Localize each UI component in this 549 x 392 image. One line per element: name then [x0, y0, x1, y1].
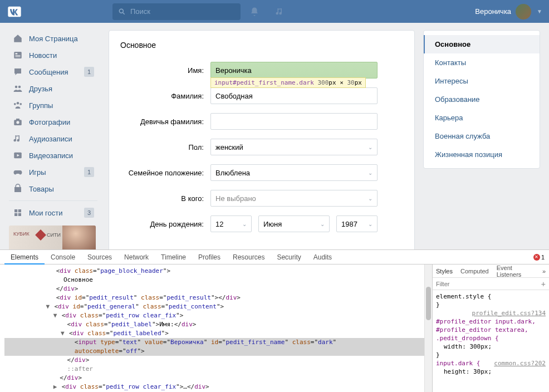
nav-friends[interactable]: Друзья — [9, 80, 97, 97]
rnav-contacts[interactable]: Контакты — [424, 53, 540, 72]
row-marital: Семейное положение: Влюблена⌄ — [109, 160, 414, 185]
row-birthday: День рождения: 12⌄ Июня⌄ 1987⌄ — [109, 211, 414, 237]
nav-video[interactable]: Видеозаписи — [9, 147, 97, 164]
profile-edit-form: Основное Имя: input#pedit_first_name.dar… — [109, 30, 415, 252]
select-sex[interactable]: женский⌄ — [210, 139, 378, 155]
dt-styles-tab-styles[interactable]: Styles — [436, 268, 453, 275]
edit-sections-nav: Основное Контакты Интересы Образование К… — [423, 30, 540, 169]
tree-toggle-icon[interactable]: ▼ — [52, 311, 58, 320]
tree-toggle-icon[interactable]: ▶ — [52, 383, 58, 391]
nav-badge: 3 — [84, 208, 94, 218]
rnav-education[interactable]: Образование — [424, 90, 540, 109]
nav-guests[interactable]: Мои гости3 — [9, 204, 97, 221]
dt-tab-resources[interactable]: Resources — [227, 250, 271, 264]
nav-photos[interactable]: Фотографии — [9, 114, 97, 130]
dt-tab-profiles[interactable]: Profiles — [192, 250, 227, 264]
nav-groups[interactable]: Группы — [9, 97, 97, 114]
nav-label: Новости — [29, 51, 57, 60]
svg-point-7 — [18, 86, 21, 89]
label-whom: В кого: — [120, 194, 204, 203]
label-maiden: Девичья фамилия: — [120, 117, 204, 126]
select-bday-year[interactable]: 1987⌄ — [336, 215, 378, 232]
rnav-interests[interactable]: Интересы — [424, 72, 540, 90]
chevron-down-icon: ⌄ — [368, 170, 372, 176]
input-last-name[interactable] — [210, 87, 378, 104]
vk-logo[interactable] — [7, 4, 22, 19]
dt-styles-tabs: Styles Computed Event Listeners » — [433, 264, 549, 278]
input-maiden[interactable] — [210, 113, 378, 130]
nav-messages[interactable]: Сообщения1 — [9, 63, 97, 80]
svg-rect-12 — [16, 119, 19, 120]
dt-filter-row: + — [433, 278, 549, 290]
groups-icon — [12, 100, 23, 111]
camera-icon — [12, 116, 23, 128]
bell-icon[interactable] — [249, 7, 259, 17]
dt-tab-timeline[interactable]: Timeline — [155, 250, 192, 264]
rnav-career[interactable]: Карьера — [424, 109, 540, 127]
nav-audio[interactable]: Аудиозаписи — [9, 130, 97, 147]
chevron-down-icon: ⌄ — [368, 144, 372, 150]
messages-icon — [12, 66, 23, 77]
friends-icon — [12, 83, 23, 94]
ad-image — [62, 226, 96, 252]
select-bday-month[interactable]: Июня⌄ — [258, 215, 330, 232]
nav-label: Сообщения — [29, 68, 68, 76]
site-header: Вероничка ▼ — [0, 0, 549, 23]
tree-toggle-icon[interactable]: ▼ — [60, 329, 65, 338]
ad-banner[interactable]: КУБИК СИТИ — [9, 226, 96, 252]
nav-label: Аудиозаписи — [29, 135, 72, 143]
search-box[interactable] — [112, 3, 241, 20]
svg-rect-3 — [16, 53, 18, 54]
dt-styles-panel: Styles Computed Event Listeners » + elem… — [432, 264, 549, 392]
more-icon[interactable]: » — [542, 268, 546, 275]
rnav-life[interactable]: Жизненная позиция — [424, 145, 540, 164]
scrollbar-thumb[interactable] — [426, 287, 431, 320]
label-last-name: Фамилия: — [120, 92, 204, 100]
add-rule-icon[interactable]: + — [541, 280, 546, 288]
svg-rect-16 — [18, 209, 21, 212]
svg-point-8 — [17, 102, 19, 105]
rnav-main[interactable]: Основное — [424, 35, 540, 53]
home-icon — [12, 33, 23, 44]
nav-games[interactable]: Игры1 — [9, 164, 97, 180]
nav-market[interactable]: Товары — [9, 180, 97, 197]
nav-my-page[interactable]: Моя Страница — [9, 30, 97, 47]
dt-tab-audits[interactable]: Audits — [307, 250, 338, 264]
user-menu[interactable]: Вероничка ▼ — [475, 4, 542, 19]
devtools-tabs: Elements Console Sources Network Timelin… — [0, 250, 549, 264]
dt-filter-input[interactable] — [436, 281, 541, 287]
search-input[interactable] — [130, 7, 231, 16]
dt-scrollbar[interactable] — [424, 264, 432, 392]
svg-point-6 — [15, 86, 18, 89]
label-marital: Семейное положение: — [120, 169, 204, 177]
chevron-down-icon: ⌄ — [368, 221, 372, 227]
row-whom: В кого: Не выбрано⌄ — [109, 185, 414, 211]
dt-tab-console[interactable]: Console — [45, 250, 81, 264]
gamepad-icon — [12, 166, 23, 178]
nav-label: Мои гости — [29, 209, 62, 217]
username-label: Вероничка — [475, 7, 511, 16]
dt-elements-tree[interactable]: <div class="page_block_header"> Основное… — [0, 264, 424, 392]
rnav-military[interactable]: Военная служба — [424, 127, 540, 145]
dt-styles-tab-events[interactable]: Event Listeners — [497, 264, 535, 278]
nav-badge: 1 — [84, 67, 94, 77]
svg-rect-4 — [16, 55, 21, 56]
tree-toggle-icon[interactable]: ▼ — [45, 302, 51, 311]
dt-tab-elements[interactable]: Elements — [4, 250, 45, 264]
dt-tab-security[interactable]: Security — [271, 250, 307, 264]
inspector-tooltip: input#pedit_first_name.dark 300px × 30px — [210, 77, 366, 88]
dt-styles-tab-computed[interactable]: Computed — [460, 268, 489, 275]
row-first-name: Имя: input#pedit_first_name.dark 300px ×… — [109, 57, 414, 83]
select-whom[interactable]: Не выбрано⌄ — [210, 190, 378, 207]
dt-tab-network[interactable]: Network — [118, 250, 155, 264]
select-marital[interactable]: Влюблена⌄ — [210, 164, 378, 181]
dt-css-rules[interactable]: element.style { } profile_edit.css?134 #… — [433, 290, 549, 392]
row-sex: Пол: женский⌄ — [109, 134, 414, 160]
music-icon[interactable] — [275, 7, 285, 17]
label-sex: Пол: — [120, 143, 204, 151]
select-bday-day[interactable]: 12⌄ — [210, 215, 252, 232]
nav-news[interactable]: Новости — [9, 47, 97, 63]
input-first-name[interactable] — [210, 62, 378, 79]
dt-error-count[interactable]: ✕1 — [533, 254, 545, 261]
dt-tab-sources[interactable]: Sources — [81, 250, 118, 264]
